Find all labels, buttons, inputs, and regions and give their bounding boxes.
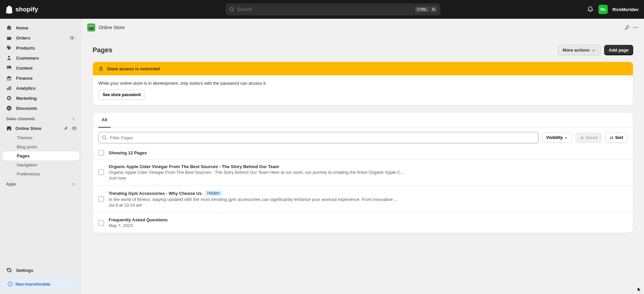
- sidebar-subitem-navigation[interactable]: Navigation: [3, 160, 79, 169]
- see-store-password-button[interactable]: See store password: [98, 90, 145, 100]
- sidebar-subitem-pages[interactable]: Pages: [3, 151, 79, 160]
- svg-point-15: [9, 108, 10, 109]
- sidebar-item-settings[interactable]: Settings: [3, 265, 79, 275]
- filter-row: Visibility Saved Sort: [93, 128, 633, 147]
- chevron-down-icon: [592, 48, 596, 52]
- page-row-title: Frequently Asked Questions: [109, 217, 168, 222]
- page-row-date: Jul 8 at 10:14 am: [109, 203, 628, 208]
- chevron-right-icon[interactable]: [71, 182, 76, 187]
- sidebar-item-customers[interactable]: Customers: [3, 53, 79, 63]
- eye-icon[interactable]: [71, 125, 77, 131]
- svg-point-24: [635, 27, 636, 28]
- main-header: Online Store: [82, 19, 644, 36]
- tabs: All: [93, 113, 633, 128]
- svg-point-25: [637, 27, 638, 28]
- sidebar-item-online-store[interactable]: Online Store: [3, 123, 79, 133]
- finance-icon: [6, 75, 12, 81]
- page-row-date: May 7, 2023: [109, 223, 628, 228]
- visibility-filter-button[interactable]: Visibility: [542, 133, 572, 143]
- sidebar-item-orders[interactable]: Orders 9: [3, 33, 79, 43]
- more-actions-button[interactable]: More actions: [558, 45, 601, 56]
- brand-logo[interactable]: shopify: [5, 5, 79, 14]
- sidebar-item-marketing[interactable]: Marketing: [3, 93, 79, 103]
- pin-icon[interactable]: [63, 126, 68, 131]
- saved-button: Saved: [576, 133, 602, 143]
- chevron-down-icon: [564, 136, 568, 140]
- pages-card: All Visibility Saved: [93, 112, 633, 233]
- page-row[interactable]: Organic Apple Cider Vinegar From The Bes…: [93, 159, 633, 185]
- sort-button[interactable]: Sort: [605, 133, 628, 143]
- pin-icon[interactable]: [624, 24, 630, 31]
- home-icon: [6, 25, 12, 31]
- sidebar-item-finance[interactable]: Finance: [3, 73, 79, 83]
- add-page-button[interactable]: Add page: [604, 45, 633, 55]
- sidebar-subitem-themes[interactable]: Themes: [3, 133, 79, 142]
- top-bar: shopify CTRL K Ric RickMortdev: [0, 0, 644, 19]
- star-icon: [580, 136, 584, 140]
- search-shortcut: CTRL K: [415, 7, 437, 12]
- info-icon: [7, 281, 13, 287]
- page-row-title: Organic Apple Cider Vinegar From The Bes…: [109, 164, 279, 169]
- svg-point-4: [8, 56, 10, 58]
- svg-point-27: [102, 136, 106, 139]
- access-banner: Store access is restricted While your on…: [93, 62, 633, 105]
- sort-icon: [609, 136, 614, 140]
- page-row[interactable]: Trending Gym Accessories - Why Choose Us…: [93, 185, 633, 212]
- more-icon[interactable]: [633, 24, 639, 31]
- channel-icon: [87, 23, 95, 31]
- sidebar-subitem-preferences[interactable]: Preferences: [3, 169, 79, 178]
- gear-icon: [6, 267, 12, 273]
- svg-rect-22: [91, 28, 92, 30]
- shopify-bag-icon: [5, 5, 13, 14]
- page-row-title: Trending Gym Accessories - Why Choose Us: [109, 191, 202, 196]
- search-icon: [102, 135, 107, 140]
- chevron-right-icon[interactable]: [71, 117, 76, 121]
- marketing-icon: [6, 95, 12, 101]
- select-all-checkbox[interactable]: [98, 150, 104, 156]
- hidden-badge: Hidden: [205, 190, 223, 196]
- row-checkbox[interactable]: [98, 220, 104, 226]
- svg-rect-26: [100, 68, 102, 70]
- content-icon: [6, 65, 12, 71]
- sidebar-item-home[interactable]: Home: [3, 23, 79, 33]
- sidebar-item-content[interactable]: Content: [3, 63, 79, 73]
- analytics-icon: [6, 85, 12, 91]
- non-transferable-banner[interactable]: Non-transferable: [3, 278, 78, 290]
- page-title-row: Pages More actions Add page: [93, 45, 633, 56]
- top-bar-right: Ric RickMortdev: [587, 5, 639, 14]
- sidebar-item-discounts[interactable]: Discounts: [3, 103, 79, 113]
- sales-channels-header: Sales channels: [3, 113, 79, 123]
- page-row[interactable]: Frequently Asked Questions May 7, 2023: [93, 212, 633, 233]
- svg-point-18: [74, 128, 75, 129]
- orders-badge: 9: [68, 35, 76, 40]
- svg-point-0: [230, 7, 233, 11]
- customers-icon: [6, 55, 12, 61]
- svg-rect-2: [7, 36, 11, 37]
- list-summary: Showing 12 Pages: [93, 147, 633, 159]
- search-box[interactable]: CTRL K: [226, 3, 440, 15]
- brand-text: shopify: [15, 6, 38, 13]
- username[interactable]: RickMortdev: [612, 7, 639, 12]
- lock-icon: [98, 66, 104, 71]
- svg-rect-9: [10, 86, 11, 90]
- avatar[interactable]: Ric: [598, 5, 608, 14]
- search-input[interactable]: [237, 7, 413, 12]
- row-checkbox[interactable]: [98, 196, 104, 202]
- banner-header: Store access is restricted: [93, 62, 633, 75]
- row-checkbox[interactable]: [98, 169, 104, 175]
- sidebar-subitem-blog-posts[interactable]: Blog posts: [3, 142, 79, 151]
- svg-point-14: [8, 107, 9, 108]
- sidebar-item-products[interactable]: Products: [3, 43, 79, 53]
- svg-rect-17: [8, 129, 10, 131]
- banner-body: While your online store is in developmen…: [93, 75, 633, 105]
- filter-pages-input[interactable]: [98, 132, 539, 143]
- notifications-icon[interactable]: [587, 6, 594, 13]
- svg-point-12: [9, 98, 10, 99]
- main-content: Online Store Pages More actions Add page…: [82, 19, 644, 294]
- tab-all[interactable]: All: [98, 113, 111, 128]
- svg-rect-8: [8, 87, 9, 90]
- breadcrumb: Online Store: [99, 25, 621, 30]
- search-icon: [229, 7, 234, 12]
- page-title: Pages: [93, 46, 558, 54]
- sidebar-item-analytics[interactable]: Analytics: [3, 83, 79, 93]
